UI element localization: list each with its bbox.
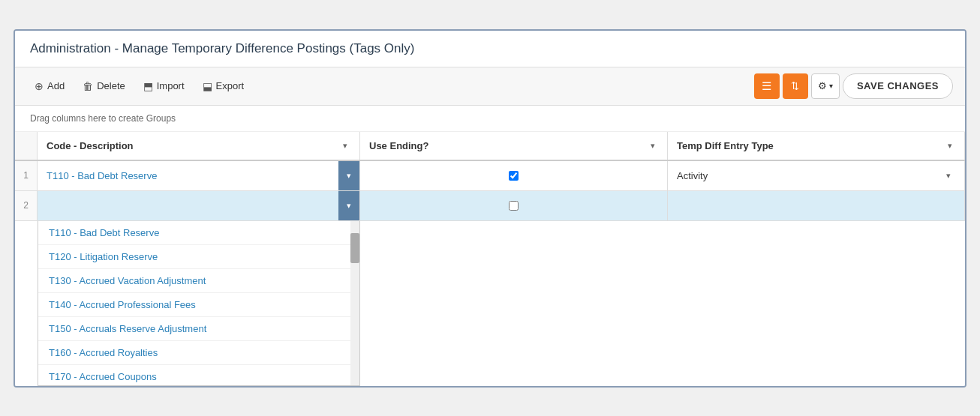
filter-icon: ☰: [762, 79, 771, 93]
delete-icon: 🗑: [83, 80, 93, 92]
col-header-code-desc: Code - Description ▾: [38, 132, 360, 160]
code-desc-cell-1: T110 - Bad Debt Reserve ▾: [38, 161, 360, 190]
row-1-link[interactable]: T110 - Bad Debt Reserve: [47, 170, 329, 181]
table-row: 2 ▾: [15, 191, 965, 221]
import-button[interactable]: ⬒ Import: [136, 76, 192, 96]
col-header-use-ending: Use Ending? ▾: [360, 132, 668, 160]
dropdown-item-0[interactable]: T110 - Bad Debt Reserve: [38, 221, 359, 245]
gear-icon: ⚙: [818, 80, 827, 91]
title-bar: Administration - Manage Temporary Differ…: [15, 31, 965, 67]
grid-header: Code - Description ▾ Use Ending? ▾ Temp …: [15, 132, 965, 161]
dropdown-item-4[interactable]: T150 - Accruals Reserve Adjustment: [38, 317, 359, 341]
import-icon: ⬒: [143, 80, 153, 92]
add-icon: ⊕: [35, 80, 44, 92]
table-row: 1 T110 - Bad Debt Reserve ▾ Activity ▾: [15, 161, 965, 191]
add-button[interactable]: ⊕ Add: [27, 76, 72, 96]
use-ending-cell-1[interactable]: [360, 161, 668, 190]
main-window: Administration - Manage Temporary Differ…: [14, 29, 966, 388]
delete-button[interactable]: 🗑 Delete: [75, 76, 133, 96]
code-desc-cell-2: ▾: [38, 191, 360, 220]
temp-diff-cell-1: Activity ▾: [668, 161, 965, 190]
row-num-1: 1: [15, 161, 38, 190]
col-filter-temp-diff-btn[interactable]: ▾: [945, 139, 955, 152]
temp-diff-cell-2: [668, 191, 965, 220]
page-title: Administration - Manage Temporary Differ…: [30, 41, 950, 56]
col-filter-code-btn[interactable]: ▾: [340, 139, 350, 152]
use-ending-checkbox-1[interactable]: [509, 171, 519, 181]
sort-button[interactable]: ⇅: [783, 73, 808, 99]
toolbar: ⊕ Add 🗑 Delete ⬒ Import ⬓ Export ☰ ⇅ ⚙ ▾…: [15, 67, 965, 106]
dropdown-list: T110 - Bad Debt Reserve T120 - Litigatio…: [38, 221, 360, 386]
col-header-rownum: [15, 132, 38, 160]
dropdown-item-3[interactable]: T140 - Accrued Professional Fees: [38, 293, 359, 317]
row-1-dropdown-btn[interactable]: ▾: [338, 161, 359, 190]
settings-arrow: ▾: [829, 82, 833, 90]
col-filter-use-ending-btn[interactable]: ▾: [648, 139, 658, 152]
save-changes-button[interactable]: SAVE CHANGES: [843, 73, 953, 99]
sort-icon: ⇅: [791, 80, 799, 91]
use-ending-cell-2[interactable]: [360, 191, 668, 220]
scrollbar-thumb[interactable]: [350, 233, 359, 263]
scrollbar-track: [350, 221, 359, 385]
grid: Code - Description ▾ Use Ending? ▾ Temp …: [15, 132, 965, 386]
dropdown-item-1[interactable]: T120 - Litigation Reserve: [38, 245, 359, 269]
dropdown-item-6[interactable]: T170 - Accrued Coupons: [38, 365, 359, 386]
export-button[interactable]: ⬓ Export: [195, 76, 252, 96]
dropdown-item-5[interactable]: T160 - Accrued Royalties: [38, 341, 359, 365]
settings-button[interactable]: ⚙ ▾: [811, 73, 840, 99]
col-header-temp-diff: Temp Diff Entry Type ▾: [668, 132, 965, 160]
row-2-dropdown-btn[interactable]: ▾: [338, 191, 359, 220]
dropdown-item-2[interactable]: T130 - Accrued Vacation Adjustment: [38, 269, 359, 293]
filter-button[interactable]: ☰: [754, 73, 780, 99]
export-icon: ⬓: [203, 80, 212, 92]
row-num-2: 2: [15, 191, 38, 220]
use-ending-checkbox-2[interactable]: [509, 201, 519, 211]
activity-dropdown-btn[interactable]: ▾: [942, 169, 955, 182]
group-hint: Drag columns here to create Groups: [15, 106, 965, 132]
